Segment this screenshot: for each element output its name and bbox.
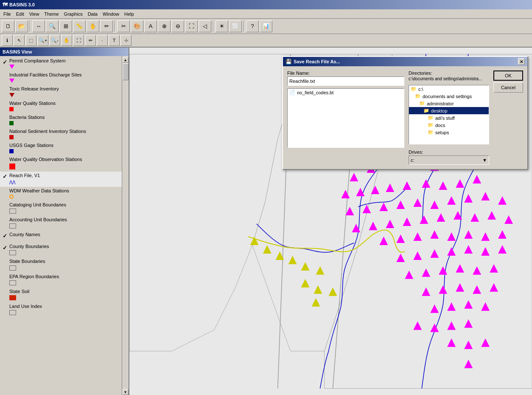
layer-checkbox-state-soil[interactable] <box>2 290 8 296</box>
tb-table[interactable]: ⊞ <box>59 20 72 32</box>
layer-checkbox-county-names[interactable]: ✓ <box>2 233 8 239</box>
layer-checkbox-county-bounds[interactable]: ✓ <box>2 245 8 251</box>
dir-path-display: c:\documents and settings\administra... <box>409 76 489 81</box>
layer-checkbox-state-bounds[interactable] <box>2 260 8 265</box>
layer-item-toxic[interactable]: Toxic Release Inventory <box>0 85 122 99</box>
layer-item-state-bounds[interactable]: State Boundaries <box>0 257 122 272</box>
layer-name-bacteria: Bacteria Stations <box>9 115 45 120</box>
layer-item-epa[interactable]: EPA Region Boundaries <box>0 273 122 288</box>
tb2-pan2[interactable]: ✋ <box>61 35 72 46</box>
layer-checkbox-reach[interactable]: ✓ <box>2 174 8 180</box>
tb-query[interactable]: ? <box>246 20 259 32</box>
scrollbar-down[interactable]: ▼ <box>123 389 129 395</box>
layer-checkbox-land-use[interactable] <box>2 305 8 310</box>
tb-zoom-full[interactable]: ⛶ <box>185 20 198 32</box>
layer-checkbox-industrial[interactable] <box>2 73 8 79</box>
layer-checkbox-catalog[interactable] <box>2 203 8 209</box>
tb-edit[interactable]: ✂ <box>117 20 130 32</box>
layer-checkbox-permit[interactable]: ✓ <box>2 59 8 65</box>
menu-theme[interactable]: Theme <box>42 11 61 17</box>
file-name-input[interactable] <box>287 76 404 86</box>
tb-report[interactable]: 📊 <box>260 20 272 32</box>
layer-item-reach[interactable]: ✓ Reach File, V1 /\/\ <box>0 172 122 187</box>
scrollbar-up[interactable]: ▲ <box>123 57 129 63</box>
tb2-full[interactable]: ⛶ <box>73 35 84 46</box>
menu-file[interactable]: File <box>1 11 14 17</box>
tb-theme[interactable]: 🎨 <box>131 20 143 32</box>
tb-pan[interactable]: ✋ <box>87 20 99 32</box>
layer-item-industrial[interactable]: Industrial Facilities Discharge Sites <box>0 71 122 85</box>
menu-window[interactable]: Window <box>100 11 122 17</box>
layer-checkbox-epa[interactable] <box>2 275 8 281</box>
layer-checkbox-bacteria[interactable] <box>2 116 8 121</box>
dir-item-admin[interactable]: 📁 administrator <box>409 100 489 107</box>
layer-name-land-use: Land Use Index <box>9 304 42 309</box>
file-list[interactable]: 📄 no_field_codes.bt <box>287 88 404 148</box>
tb-label[interactable]: A <box>144 20 157 32</box>
layer-checkbox-wqobs[interactable] <box>2 158 8 164</box>
menu-data[interactable]: Data <box>85 11 100 17</box>
layer-item-usgs[interactable]: USGS Gage Stations <box>0 141 122 155</box>
tb2-info[interactable]: ℹ <box>2 35 13 46</box>
tb-identify[interactable]: 🔍 <box>46 20 59 32</box>
layer-item-state-soil[interactable]: State Soil <box>0 288 122 302</box>
dir-item-desktop[interactable]: 📁 desktop <box>409 107 489 114</box>
layer-checkbox-nsed[interactable] <box>2 130 8 135</box>
layer-item-nsed[interactable]: National Sediment Inventory Stations <box>0 127 122 141</box>
directory-list[interactable]: 📁 c:\ 📁 documents and settings 📁 adminis… <box>409 85 489 144</box>
layer-item-permit[interactable]: ✓ Permit Compliance System <box>0 57 122 71</box>
tb2-ptr[interactable]: ⊹ <box>120 35 132 46</box>
layer-checkbox-toxic[interactable] <box>2 87 8 93</box>
folder-icon-admin: 📁 <box>419 101 425 106</box>
file-list-item[interactable]: 📄 no_field_codes.bt <box>288 89 404 96</box>
layer-item-catalog[interactable]: Cataloging Unit Boundaries <box>0 201 122 216</box>
symbol-land-use <box>9 310 16 315</box>
layer-checkbox-accounting[interactable] <box>2 218 8 224</box>
tb-new[interactable]: 🗋 <box>2 20 14 32</box>
layer-item-wqobs[interactable]: Water Quality Observation Stations <box>0 155 122 171</box>
menu-view[interactable]: View <box>27 11 42 17</box>
tb-select[interactable]: ↔ <box>32 20 45 32</box>
tb-zoom-in[interactable]: ⊕ <box>158 20 171 32</box>
layer-item-land-use[interactable]: Land Use Index <box>0 302 122 317</box>
layer-checkbox-wdm[interactable] <box>2 189 8 195</box>
dir-item-c[interactable]: 📁 c:\ <box>409 85 489 93</box>
tb-open[interactable]: 📂 <box>15 20 28 32</box>
dir-item-adistuff[interactable]: 📁 adi's stuff <box>409 114 489 121</box>
tb-sun[interactable]: ☀ <box>216 20 228 32</box>
tb-draw[interactable]: ✏ <box>100 20 113 32</box>
cancel-button[interactable]: Cancel <box>493 82 523 93</box>
tb-zoom-out[interactable]: ⊖ <box>171 20 184 32</box>
tb2-arrow[interactable]: ↖ <box>14 35 25 46</box>
tb2-text[interactable]: T <box>109 35 120 46</box>
layer-item-county-bounds[interactable]: ✓ County Boundaries <box>0 243 122 257</box>
menu-help[interactable]: Help <box>122 11 137 17</box>
dir-item-docs[interactable]: 📁 documents and settings <box>409 93 489 100</box>
menu-edit[interactable]: Edit <box>14 11 27 17</box>
tb2-zoom-rect[interactable]: 🔍+ <box>37 35 48 46</box>
dir-item-setups[interactable]: 📁 setups <box>409 129 489 136</box>
tb-sep3 <box>213 21 214 31</box>
menu-graphics[interactable]: Graphics <box>62 11 85 17</box>
scrollbar-thumb[interactable] <box>123 63 129 80</box>
layer-item-wq[interactable]: Water Quality Stations <box>0 99 122 113</box>
tb2-dot[interactable]: · <box>97 35 108 46</box>
layer-item-wdm[interactable]: WDM Weather Data Stations <box>0 187 122 201</box>
layer-checkbox-wq[interactable] <box>2 102 8 107</box>
folder-icon-c: 📁 <box>411 86 417 92</box>
tb2-select2[interactable]: ⬚ <box>25 35 36 46</box>
layer-item-accounting[interactable]: Accounting Unit Boundaries <box>0 216 122 231</box>
ok-button[interactable]: OK <box>493 71 523 81</box>
dir-item-docsfolder[interactable]: 📁 docs <box>409 121 489 129</box>
dialog-close-button[interactable]: ✕ <box>518 58 525 65</box>
dir-name-c: c:\ <box>418 87 423 92</box>
tb2-draw2[interactable]: ✏ <box>85 35 96 46</box>
layer-checkbox-usgs[interactable] <box>2 144 8 150</box>
tb-zoom-prev[interactable]: ◁ <box>199 20 211 32</box>
tb2-zoom-out2[interactable]: 🔍- <box>49 35 60 46</box>
drives-dropdown[interactable]: c: ▼ <box>409 155 489 165</box>
layer-item-county-names[interactable]: ✓ County Names <box>0 231 122 243</box>
tb-box[interactable]: ⬜ <box>229 20 242 32</box>
layer-item-bacteria[interactable]: Bacteria Stations <box>0 113 122 127</box>
tb-measure[interactable]: 📏 <box>73 20 86 32</box>
